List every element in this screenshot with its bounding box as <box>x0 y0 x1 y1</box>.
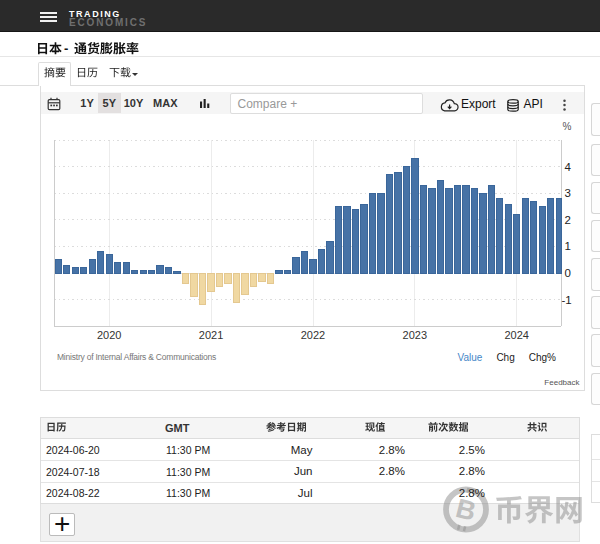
svg-text:1: 1 <box>565 240 571 252</box>
svg-text:-1: -1 <box>562 294 572 306</box>
svg-text:0: 0 <box>565 267 571 279</box>
svg-text:3: 3 <box>565 187 571 199</box>
svg-text:4: 4 <box>565 161 572 173</box>
svg-text:2022: 2022 <box>301 329 325 341</box>
svg-text:2020: 2020 <box>97 329 121 341</box>
svg-text:2: 2 <box>565 214 571 226</box>
svg-text:2024: 2024 <box>504 329 528 341</box>
svg-text:2021: 2021 <box>199 329 223 341</box>
svg-text:%: % <box>563 121 572 132</box>
svg-text:2023: 2023 <box>403 329 427 341</box>
